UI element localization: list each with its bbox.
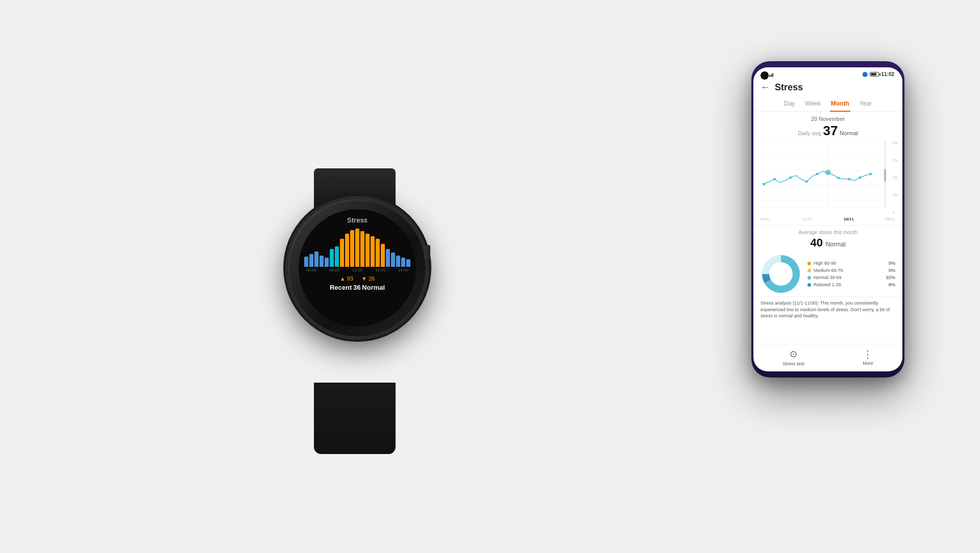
watch-metric-high: ▲ 93 [340, 275, 353, 282]
y-label-0: 0 [893, 210, 897, 215]
tabs-row: Day Week Month Year [753, 96, 902, 112]
normal-dot [807, 276, 811, 280]
watch-recent-label: Recent [330, 284, 352, 291]
time-0000: 00:00 [306, 268, 316, 272]
avg-value-row: 40 Normal [761, 236, 895, 249]
time-0600: 06:00 [329, 268, 339, 272]
tab-month[interactable]: Month [830, 98, 850, 109]
daily-avg-status: Normal [840, 130, 857, 136]
donut-section: High 80-99 0% Medium 60-79 0% [753, 252, 902, 296]
x-label-0411: 04/11 [761, 217, 771, 221]
status-right: 🔵 11:02 [862, 71, 894, 77]
svg-point-8 [789, 177, 792, 179]
nav-stress-test-label: Stress test [782, 361, 804, 366]
svg-point-9 [805, 181, 808, 183]
time-2400: 24:00 [398, 268, 408, 272]
svg-point-14 [859, 177, 861, 179]
legend-pct-high: 0% [889, 261, 895, 266]
chart-svg [758, 141, 897, 215]
x-label-2511: 25/11 [885, 217, 895, 221]
svg-rect-20 [884, 169, 886, 182]
status-bar: 🔵 11:02 [753, 67, 902, 79]
avg-status: Normal [826, 241, 846, 248]
y-label-29: 29 [893, 193, 897, 197]
relaxed-dot [807, 283, 811, 287]
phone-screen: 🔵 11:02 ← Stress Day Week Month Year [753, 67, 902, 371]
watch-recent-status: Normal [362, 284, 385, 291]
legend-item-relaxed: Relaxed 1-29 8% [807, 282, 895, 287]
daily-avg-label: Daily avg [798, 130, 821, 136]
svg-point-24 [771, 264, 791, 284]
camera-notch [761, 71, 769, 80]
svg-point-15 [869, 173, 872, 175]
legend-item-high: High 80-99 0% [807, 261, 895, 266]
watch-recent: Recent 36 Normal [330, 284, 385, 291]
svg-point-12 [837, 177, 840, 180]
date-display: 20 November [753, 116, 902, 122]
tab-week[interactable]: Week [804, 98, 821, 109]
stress-chart: 99 79 59 29 0 [753, 141, 902, 225]
avg-value: 40 [810, 236, 822, 249]
high-dot [807, 262, 811, 265]
legend-item-normal: Normal 30-59 92% [807, 275, 895, 280]
wifi-icon [769, 72, 773, 77]
watch-metric-low: ▼ 26 [361, 275, 375, 282]
chart-x-labels: 04/11 11/11 18/11 25/11 [758, 217, 897, 221]
legend-label-medium: Medium 60-79 [814, 268, 843, 273]
watch-metrics: ▲ 93 ▼ 26 [340, 275, 375, 282]
daily-avg-row: Daily avg 37 Normal [753, 123, 902, 139]
legend-pct-medium: 0% [889, 268, 895, 273]
tab-year[interactable]: Year [859, 98, 873, 109]
watch-title: Stress [347, 216, 368, 224]
more-icon: ⋮ [863, 349, 873, 359]
avg-section: Average stress this month 40 Normal [753, 225, 902, 252]
analysis-text: Stress analysis (11/1-11/30): This month… [761, 300, 895, 319]
watch-screen: Stress [299, 209, 416, 326]
watch-band-bottom [314, 383, 396, 454]
y-label-99: 99 [893, 141, 897, 145]
time-1200: 12:00 [352, 268, 362, 272]
daily-avg-value: 37 [823, 123, 838, 139]
svg-point-13 [848, 178, 850, 181]
legend: High 80-99 0% Medium 60-79 0% [807, 261, 895, 287]
nav-stress-test[interactable]: ⊙ Stress test [782, 348, 804, 366]
time-display: 11:02 [881, 71, 894, 77]
legend-pct-relaxed: 8% [889, 282, 895, 287]
nav-more[interactable]: ⋮ More [863, 349, 873, 366]
tab-day[interactable]: Day [783, 98, 796, 109]
phone: 🔵 11:02 ← Stress Day Week Month Year [751, 61, 904, 378]
avg-title: Average stress this month [761, 230, 895, 235]
medium-dot [807, 269, 811, 272]
time-1800: 18:00 [375, 268, 385, 272]
y-label-79: 79 [893, 158, 897, 163]
phone-body: 🔵 11:02 ← Stress Day Week Month Year [751, 61, 904, 378]
battery-icon [870, 72, 879, 77]
donut-chart [761, 254, 801, 294]
watch-chart [301, 226, 413, 267]
legend-label-normal: Normal 30-59 [814, 275, 842, 280]
bluetooth-icon: 🔵 [862, 72, 868, 77]
watch-time-labels: 00:00 06:00 12:00 18:00 24:00 [306, 268, 408, 272]
y-label-59: 59 [893, 175, 897, 180]
page-title: Stress [775, 82, 803, 93]
date-section: 20 November Daily avg 37 Normal [753, 112, 902, 141]
bottom-nav: ⊙ Stress test ⋮ More [753, 344, 902, 371]
watch-crown [424, 245, 430, 260]
watch-body: Stress [278, 199, 442, 393]
stress-test-icon: ⊙ [790, 348, 797, 360]
analysis-section: Stress analysis (11/1-11/30): This month… [753, 296, 902, 323]
legend-label-high: High 80-99 [814, 261, 836, 266]
watch-case: Stress [288, 199, 426, 337]
app-header: ← Stress [753, 79, 902, 96]
legend-item-medium: Medium 60-79 0% [807, 268, 895, 273]
svg-point-7 [773, 178, 776, 181]
x-label-1111: 11/11 [802, 217, 812, 221]
svg-point-6 [763, 183, 765, 186]
watch-recent-value: 36 [353, 284, 360, 291]
legend-label-relaxed: Relaxed 1-29 [814, 282, 841, 287]
back-button[interactable]: ← [761, 82, 770, 93]
nav-more-label: More [863, 361, 873, 366]
svg-point-10 [816, 173, 818, 175]
smartwatch: Stress [278, 199, 442, 393]
x-label-1811: 18/11 [844, 217, 854, 221]
